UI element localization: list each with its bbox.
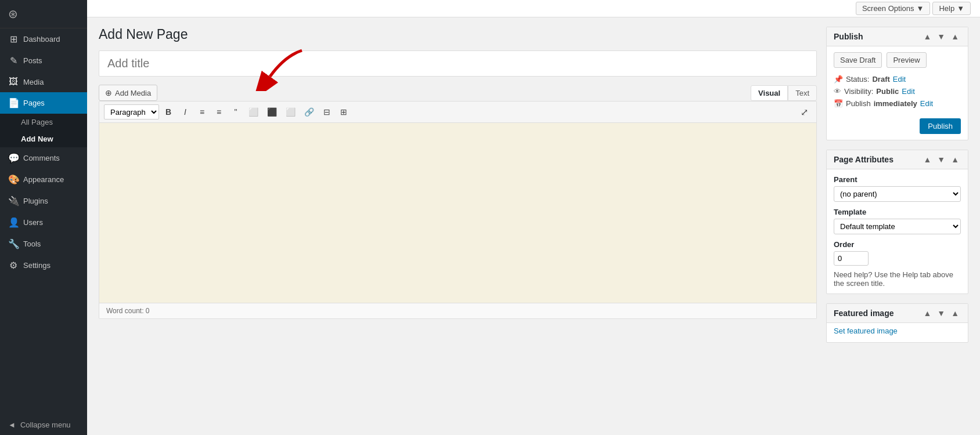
visibility-icon: 👁 [834,87,841,96]
publish-panel: Publish ▲ ▼ ▲ Save Draft Preview 📌 Statu… [826,27,968,140]
template-select[interactable]: Default template [834,219,961,234]
link-button[interactable]: 🔗 [301,104,318,119]
publish-close-button[interactable]: ▲ [949,32,961,41]
parent-label: Parent [834,175,961,184]
blockquote-button[interactable]: " [228,104,243,119]
align-left-button[interactable]: ⬜ [245,104,262,119]
schedule-icon: 📅 [834,99,843,108]
editor-footer: Word count: 0 [99,303,816,318]
attributes-collapse-down-button[interactable]: ▼ [935,155,947,164]
page-attributes-actions: ▲ ▼ ▲ [921,155,961,164]
editor-area: Add New Page ⊕ Add Media [99,27,817,426]
main-area: Screen Options ▼ Help ▼ Add New Page [87,0,980,435]
plugins-icon: 🔌 [8,195,19,206]
sidebar-item-pages[interactable]: 📄 Pages [0,92,87,114]
ordered-list-button[interactable]: ≡ [211,104,226,119]
media-icon: 🖼 [8,77,19,87]
status-icon: 📌 [834,75,843,84]
content-area: Add New Page ⊕ Add Media [87,17,980,435]
settings-icon: ⚙ [8,260,19,271]
pages-icon: 📄 [8,97,19,108]
tools-icon: 🔧 [8,238,19,249]
featured-close-button[interactable]: ▲ [949,309,961,318]
format-select[interactable]: Paragraph Heading 1 Heading 2 Heading 3 [104,104,159,119]
editor-content[interactable] [99,123,816,303]
text-tab[interactable]: Text [788,85,817,101]
sidebar-item-appearance[interactable]: 🎨 Appearance [0,169,87,190]
sidebar-item-all-pages[interactable]: All Pages [0,114,87,130]
title-container [99,50,817,85]
featured-image-header: Featured image ▲ ▼ ▲ [827,304,968,323]
help-chevron-icon: ▼ [957,4,964,13]
featured-collapse-down-button[interactable]: ▼ [935,309,947,318]
table-button[interactable]: ⊞ [336,104,351,119]
add-media-icon: ⊕ [105,88,112,97]
italic-button[interactable]: I [178,104,193,119]
align-right-button[interactable]: ⬜ [282,104,299,119]
editor-top-bar: ⊕ Add Media Visual Text [99,85,817,101]
sidebar-item-plugins[interactable]: 🔌 Plugins [0,190,87,212]
screen-options-button[interactable]: Screen Options ▼ [856,2,930,15]
sidebar-item-comments[interactable]: 💬 Comments [0,147,87,169]
attributes-collapse-up-button[interactable]: ▲ [921,155,933,164]
featured-collapse-up-button[interactable]: ▲ [921,309,933,318]
right-sidebar: Publish ▲ ▼ ▲ Save Draft Preview 📌 Statu… [826,27,968,426]
visibility-edit-link[interactable]: Edit [902,87,914,96]
unordered-list-button[interactable]: ≡ [194,104,210,119]
publish-button-container: Publish [834,111,961,134]
sidebar-item-add-new[interactable]: Add New [0,130,87,147]
publish-collapse-up-button[interactable]: ▲ [921,32,933,41]
order-input[interactable] [834,251,869,266]
visual-tab[interactable]: Visual [751,85,788,101]
publish-time-edit-link[interactable]: Edit [920,99,933,108]
publish-action-buttons: Save Draft Preview [834,52,961,68]
template-label: Template [834,208,961,216]
screen-options-chevron-icon: ▼ [917,4,924,13]
site-logo[interactable]: ⊛ [0,0,87,28]
page-title: Add New Page [99,27,817,42]
attributes-close-button[interactable]: ▲ [949,155,961,164]
more-button[interactable]: ⊟ [319,104,334,119]
publish-button[interactable]: Publish [920,118,961,134]
sidebar-item-posts[interactable]: ✎ Posts [0,50,87,71]
sidebar-item-tools[interactable]: 🔧 Tools [0,233,87,255]
parent-select[interactable]: (no parent) Sample Page [834,186,961,202]
featured-image-panel: Featured image ▲ ▼ ▲ Set featured image [826,303,968,343]
align-center-button[interactable]: ⬛ [264,104,280,119]
sidebar-item-users[interactable]: 👤 Users [0,212,87,233]
preview-button[interactable]: Preview [887,52,926,68]
publish-collapse-down-button[interactable]: ▼ [935,32,947,41]
page-attributes-body: Parent (no parent) Sample Page Template … [827,169,968,293]
appearance-icon: 🎨 [8,174,19,185]
topbar: Screen Options ▼ Help ▼ [87,0,980,17]
publish-panel-header: Publish ▲ ▼ ▲ [827,27,968,46]
help-button[interactable]: Help ▼ [932,2,971,15]
posts-icon: ✎ [8,55,19,66]
status-edit-link[interactable]: Edit [893,75,906,84]
visual-text-tabs: Visual Text [751,85,817,101]
page-title-input[interactable] [99,50,817,77]
fullscreen-button[interactable]: ⤢ [797,104,812,119]
collapse-icon: ◄ [8,420,16,429]
page-attributes-header: Page Attributes ▲ ▼ ▲ [827,150,968,169]
sidebar-item-dashboard[interactable]: ⊞ Dashboard [0,28,87,50]
pages-submenu: All Pages Add New [0,114,87,147]
collapse-menu-button[interactable]: ◄ Collapse menu [0,415,87,435]
order-label: Order [834,240,961,249]
users-icon: 👤 [8,217,19,228]
sidebar-item-settings[interactable]: ⚙ Settings [0,255,87,276]
page-attributes-panel: Page Attributes ▲ ▼ ▲ Parent (no parent)… [826,150,968,294]
dashboard-icon: ⊞ [8,34,19,45]
publish-panel-actions: ▲ ▼ ▲ [921,32,961,41]
publish-time-row: 📅 Publish immediately Edit [834,99,961,108]
visibility-row: 👁 Visibility: Public Edit [834,87,961,96]
sidebar-item-media[interactable]: 🖼 Media [0,71,87,92]
help-text: Need help? Use the Help tab above the sc… [834,270,961,288]
save-draft-button[interactable]: Save Draft [834,52,882,68]
set-featured-image-link[interactable]: Set featured image [827,323,968,342]
status-row: 📌 Status: Draft Edit [834,75,961,84]
bold-button[interactable]: B [161,104,176,119]
featured-image-actions: ▲ ▼ ▲ [921,309,961,318]
add-media-button[interactable]: ⊕ Add Media [99,85,157,101]
comments-icon: 💬 [8,153,19,164]
